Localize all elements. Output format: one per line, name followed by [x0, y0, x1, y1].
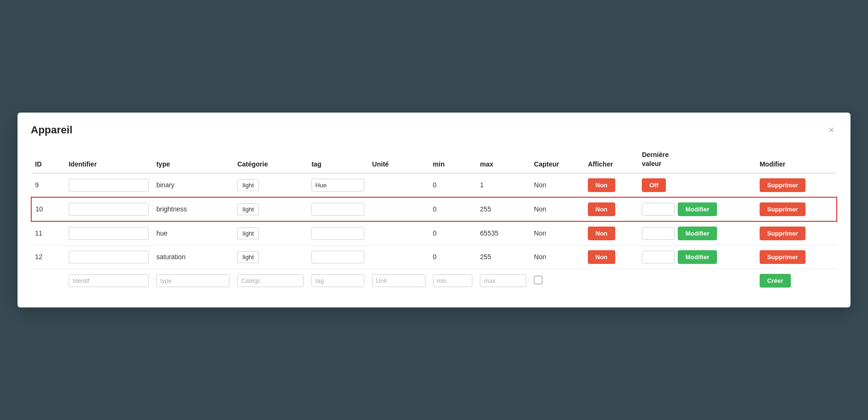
col-header-type: type: [152, 146, 233, 173]
cell-capteur: Non: [530, 221, 584, 245]
cell-modifier: Supprimer: [756, 197, 837, 221]
col-header-min: min: [429, 146, 477, 173]
supprimer-button[interactable]: Supprimer: [760, 178, 806, 192]
col-header-modifier: Modifier: [756, 146, 837, 173]
cell-tag: [308, 221, 368, 245]
afficher-button[interactable]: Non: [588, 202, 615, 216]
cell-identifier: [65, 221, 152, 245]
new-tag-input[interactable]: [311, 274, 364, 287]
new-cell-min: [429, 269, 477, 292]
derniere-modifier-button[interactable]: Modifier: [678, 227, 717, 240]
cell-tag: [308, 173, 368, 197]
new-categorie-input[interactable]: [237, 274, 304, 287]
new-cell-creer: Créer: [756, 269, 837, 292]
categorie-badge: light: [237, 228, 259, 239]
identifier-input[interactable]: [69, 227, 149, 240]
tag-input[interactable]: [311, 179, 364, 192]
identifier-input[interactable]: [69, 251, 149, 263]
new-cell-identifier: [65, 269, 152, 292]
table-new-row: Créer: [31, 269, 837, 292]
cell-capteur: Non: [530, 245, 584, 269]
new-capteur-checkbox[interactable]: [534, 276, 542, 284]
derniere-valeur-input[interactable]: [642, 203, 675, 216]
new-cell-derniere-valeur: [638, 269, 756, 292]
categorie-badge: light: [237, 203, 259, 215]
cell-min: 0: [429, 197, 477, 221]
new-cell-afficher: [584, 269, 638, 292]
new-min-input[interactable]: [433, 274, 473, 287]
table-row: 12saturationlight0255NonNonModifierSuppr…: [31, 245, 837, 269]
cell-min: 0: [429, 245, 477, 269]
cell-derniere-valeur: Off: [638, 173, 756, 197]
cell-id: 11: [31, 221, 65, 245]
modal-dialog: Appareil × ID Identifier type Catégorie …: [18, 113, 850, 307]
cell-categorie: light: [233, 173, 308, 197]
cell-max: 255: [476, 197, 530, 221]
afficher-button[interactable]: Non: [588, 250, 615, 264]
cell-id: 9: [31, 173, 65, 197]
cell-categorie: light: [233, 245, 308, 269]
cell-afficher: Non: [584, 173, 638, 197]
cell-derniere-valeur: Modifier: [638, 245, 756, 269]
tag-input[interactable]: [311, 203, 364, 216]
new-cell-tag: [308, 269, 368, 292]
modal-overlay: Appareil × ID Identifier type Catégorie …: [0, 0, 868, 420]
cell-type: saturation: [152, 245, 233, 269]
cell-unite: [368, 245, 429, 269]
new-identifier-input[interactable]: [69, 274, 149, 287]
tag-input[interactable]: [311, 251, 364, 263]
new-cell-capteur: [530, 269, 584, 292]
cell-type: brightness: [152, 197, 233, 221]
derniere-valeur-input[interactable]: [642, 251, 675, 263]
categorie-badge: light: [237, 251, 259, 263]
categorie-badge: light: [237, 179, 259, 191]
cell-modifier: Supprimer: [756, 221, 837, 245]
supprimer-button[interactable]: Supprimer: [760, 250, 806, 264]
table-header-row: ID Identifier type Catégorie tag Unité m…: [31, 146, 837, 173]
new-max-input[interactable]: [480, 274, 526, 287]
cell-derniere-valeur: Modifier: [638, 221, 756, 245]
cell-unite: [368, 197, 429, 221]
derniere-valeur-input[interactable]: [642, 227, 675, 240]
derniere-modifier-button[interactable]: Modifier: [678, 250, 717, 264]
col-header-id: ID: [31, 146, 65, 173]
creer-button[interactable]: Créer: [760, 274, 791, 288]
cell-unite: [368, 173, 429, 197]
cell-identifier: [65, 173, 152, 197]
new-type-input[interactable]: [156, 274, 230, 287]
cell-max: 65535: [476, 221, 530, 245]
col-header-identifier: Identifier: [65, 146, 152, 173]
new-unite-input[interactable]: [372, 274, 425, 287]
new-cell-id: [31, 269, 65, 292]
derniere-modifier-button[interactable]: Modifier: [678, 202, 717, 216]
supprimer-button[interactable]: Supprimer: [760, 202, 806, 216]
cell-min: 0: [429, 173, 477, 197]
col-header-afficher: Afficher: [584, 146, 638, 173]
new-cell-categorie: [233, 269, 308, 292]
new-cell-max: [476, 269, 530, 292]
afficher-button[interactable]: Non: [588, 178, 615, 192]
modal-header: Appareil ×: [31, 124, 837, 136]
col-header-tag: tag: [308, 146, 368, 173]
cell-modifier: Supprimer: [756, 173, 837, 197]
cell-modifier: Supprimer: [756, 245, 837, 269]
cell-tag: [308, 245, 368, 269]
identifier-input[interactable]: [69, 179, 149, 192]
cell-afficher: Non: [584, 221, 638, 245]
table-row: 10brightnesslight0255NonNonModifierSuppr…: [31, 197, 837, 221]
cell-capteur: Non: [530, 197, 584, 221]
col-header-unite: Unité: [368, 146, 429, 173]
table-row: 9binarylight01NonNonOffSupprimer: [31, 173, 837, 197]
cell-derniere-valeur: Modifier: [638, 197, 756, 221]
modal-title: Appareil: [31, 124, 72, 136]
afficher-button[interactable]: Non: [588, 227, 615, 240]
supprimer-button[interactable]: Supprimer: [760, 227, 806, 240]
col-header-categorie: Catégorie: [233, 146, 308, 173]
cell-unite: [368, 221, 429, 245]
tag-input[interactable]: [311, 227, 364, 240]
derniere-valeur-button[interactable]: Off: [642, 178, 666, 192]
cell-afficher: Non: [584, 245, 638, 269]
close-button[interactable]: ×: [825, 124, 837, 136]
identifier-input[interactable]: [69, 203, 149, 216]
cell-capteur: Non: [530, 173, 584, 197]
